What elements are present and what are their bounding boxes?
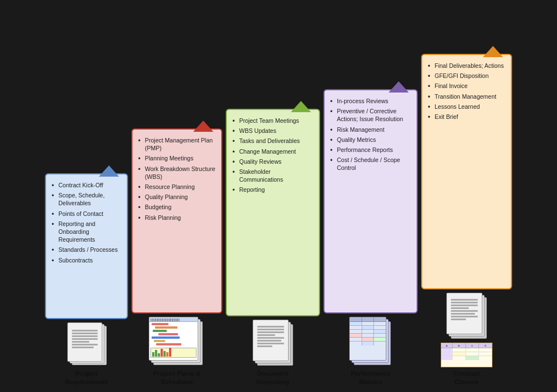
list-item: Budgeting <box>138 202 216 212</box>
table-cell <box>374 326 386 329</box>
list-item: Reporting <box>232 185 313 195</box>
sheet-header: A B C D <box>441 343 492 348</box>
phase1-wrapper: Contract Kick-Off Scope, Schedule, Deliv… <box>45 173 128 386</box>
sheet-cell <box>453 356 466 360</box>
table-cell <box>374 322 386 325</box>
phase4-wrapper: In-process Reviews Preventive / Correcti… <box>323 89 418 386</box>
diagram-container: Contract Kick-Off Scope, Schedule, Deliv… <box>0 0 557 392</box>
chart-bar <box>155 350 157 357</box>
list-item: Cost / Schedule / Scope Control <box>330 155 411 173</box>
phase3-doc-stack <box>250 320 295 367</box>
phase4-list: In-process Reviews Preventive / Correcti… <box>330 96 411 173</box>
phase5-list: Final Deliverables; Actions GFE/GFI Disp… <box>428 61 505 122</box>
sheet-cell <box>466 348 480 352</box>
list-item: Contract Kick-Off <box>52 180 121 190</box>
list-item: Project Management Plan (PMP) <box>138 135 216 153</box>
doc-front <box>446 293 482 334</box>
gantt-row <box>150 333 197 336</box>
phase4-arrow <box>389 81 409 93</box>
list-item: Change Management <box>232 146 313 156</box>
sheet-row <box>441 348 492 352</box>
gantt-header: |||||||||||||||||||||||||||||||||||||||| <box>149 317 198 322</box>
gantt-bar <box>152 323 168 325</box>
table-row <box>350 342 386 345</box>
table-cell <box>362 330 375 333</box>
gantt-bar <box>153 330 167 332</box>
sheet-cell <box>441 356 453 360</box>
list-item: Points of Contact <box>52 209 121 219</box>
phase2-doc-stack: |||||||||||||||||||||||||||||||||||||||| <box>149 317 205 367</box>
sheet-col: D <box>479 343 492 348</box>
gantt-bar <box>154 340 165 342</box>
phase3-wrapper: Project Team Meetings WBS Updates Tasks … <box>226 109 320 386</box>
list-item: Subcontracts <box>52 255 121 265</box>
phase3-arrow <box>291 101 311 112</box>
phase-column-2: Project Management Plan (PMP) Planning M… <box>131 50 222 386</box>
phase5-wrapper: Final Deliverables; Actions GFE/GFI Disp… <box>421 54 512 386</box>
list-item: GFE/GFI Disposition <box>428 71 505 81</box>
phase2-arrow <box>193 121 213 132</box>
phase1-doc-stack <box>64 322 109 367</box>
table-cell <box>374 342 386 345</box>
gantt-row <box>150 343 197 346</box>
doc-front <box>253 320 289 361</box>
table-cell <box>350 338 362 341</box>
table-header-cell <box>350 317 362 321</box>
phase2-label: Project Plans &Schedules <box>153 370 200 386</box>
table-cell <box>350 342 362 345</box>
sheet-cell <box>479 352 492 356</box>
list-item: Project Team Meetings <box>232 116 313 126</box>
table-cell <box>350 322 362 325</box>
chart-bar <box>152 352 154 357</box>
list-item: Risk Management <box>330 124 411 135</box>
phase1-label: ProjectRequirements <box>65 370 108 386</box>
sheet-cell <box>453 352 466 356</box>
table-cell <box>362 342 375 345</box>
list-item: Work Breakdown Structure (WBS) <box>138 164 216 182</box>
phase1-box: Contract Kick-Off Scope, Schedule, Deliv… <box>45 173 128 319</box>
table-cell <box>374 334 386 337</box>
list-item: Final Deliverables; Actions <box>428 61 505 71</box>
doc-page-front <box>67 322 102 362</box>
table-header-row <box>350 317 386 322</box>
list-item: Risk Planning <box>138 213 216 223</box>
table-row <box>350 330 386 334</box>
chart-bar <box>169 348 171 357</box>
gantt-row <box>150 323 197 326</box>
closure-spreadsheet: A B C D <box>441 343 492 367</box>
phase2-list: Project Management Plan (PMP) Planning M… <box>138 135 216 223</box>
gantt-bar <box>156 343 181 345</box>
list-item: Quality Metrics <box>330 135 411 145</box>
chart-bar <box>166 352 168 357</box>
sheet-cell <box>441 352 453 356</box>
phase5-doc-stack <box>444 293 489 340</box>
phase4-doc-stack <box>348 317 393 367</box>
list-item: Stakeholder Communications <box>232 167 313 185</box>
sheet-row <box>441 352 492 356</box>
phase5-box: Final Deliverables; Actions GFE/GFI Disp… <box>421 54 512 289</box>
sheet-row <box>441 356 492 360</box>
phase5-label: ContractClosure <box>453 370 480 386</box>
list-item: Final Invoice <box>428 81 505 91</box>
sheet-cell <box>441 348 453 352</box>
list-item: Reporting and Onboarding Requirements <box>52 219 121 245</box>
list-item: Planning Meetings <box>138 153 216 163</box>
table-cell <box>362 326 375 329</box>
gantt-row <box>150 340 197 343</box>
list-item: WBS Updates <box>232 126 313 136</box>
phase4-box: In-process Reviews Preventive / Correcti… <box>323 89 418 313</box>
list-item: Standards / Processes <box>52 245 121 255</box>
phase-column-5: Final Deliverables; Actions GFE/GFI Disp… <box>421 54 512 386</box>
sheet-cell <box>466 352 480 356</box>
phase3-label: DocumentRepository <box>256 370 290 386</box>
table-cell <box>374 330 386 333</box>
table-cell <box>362 322 375 325</box>
list-item: In-process Reviews <box>330 96 411 106</box>
table-cell <box>362 334 375 337</box>
doc-front <box>349 317 386 361</box>
list-item: Scope, Schedule, Deliverables <box>52 190 121 208</box>
phase2-box: Project Management Plan (PMP) Planning M… <box>131 128 222 313</box>
list-item: Resource Planning <box>138 182 216 192</box>
gantt-bar <box>152 336 180 339</box>
gantt-bar <box>155 326 177 329</box>
